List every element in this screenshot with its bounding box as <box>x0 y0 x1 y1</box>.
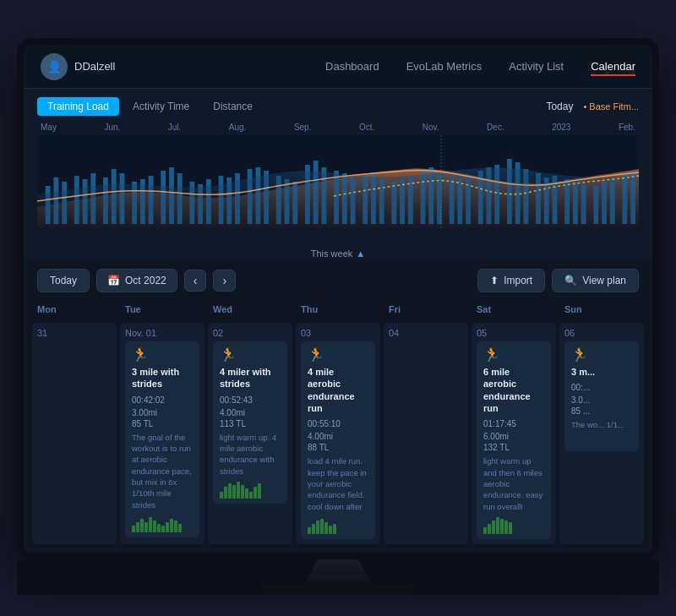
bar <box>140 519 144 532</box>
month-sep: Sep. <box>294 123 312 132</box>
workout-distance: 4.00mi <box>220 406 281 419</box>
workout-time: 00:55:10 <box>308 417 368 430</box>
bar <box>241 485 244 499</box>
tab-distance[interactable]: Distance <box>203 97 263 116</box>
calendar-day-05[interactable]: 05 🏃 6 mile aerobic endurance run 01:17:… <box>472 323 556 544</box>
workout-desc: light warm up. 4 mile aerobic endurance … <box>220 432 281 477</box>
cal-right-buttons: ⬆ Import 🔍 View plan <box>477 269 639 292</box>
nav-dashboard[interactable]: Dashboard <box>325 57 379 76</box>
bar <box>144 522 148 532</box>
chart-svg <box>37 135 639 228</box>
bar <box>483 527 487 534</box>
workout-card[interactable]: 🏃 4 miler with strides 00:52:43 4.00mi 1… <box>213 341 287 504</box>
workout-distance: 3.00mi <box>132 406 193 419</box>
month-may: May <box>41 123 57 132</box>
running-icon: 🏃 <box>571 346 632 363</box>
month-jun: Jun. <box>104 123 120 132</box>
col-header-sun: Sun <box>559 301 644 319</box>
workout-card[interactable]: 🏃 3 m... 00:... 3.0... 85 ... The wo... … <box>564 341 639 451</box>
calendar-day-31[interactable]: 31 <box>32 323 117 544</box>
view-plan-button[interactable]: 🔍 View plan <box>552 269 639 292</box>
monitor-stand <box>17 559 659 585</box>
bar <box>170 519 173 532</box>
col-header-wed: Wed <box>208 301 292 319</box>
workout-card[interactable]: 🏃 6 mile aerobic endurance run 01:17:45 … <box>477 341 551 539</box>
calendar-day-nov01[interactable]: Nov. 01 🏃 3 mile with strides 00:42:02 3… <box>120 323 204 544</box>
prev-month-button[interactable]: ‹ <box>184 270 207 292</box>
tab-training-load[interactable]: Training Load <box>37 97 119 116</box>
workout-desc: load 4 mile run. keep the pace in your a… <box>308 455 368 511</box>
calendar-day-02[interactable]: 02 🏃 4 miler with strides 00:52:43 4.00m… <box>208 323 292 544</box>
workout-title: 3 m... <box>571 366 632 378</box>
month-dec: Dec. <box>487 123 504 132</box>
bar <box>136 522 139 532</box>
username: DDalzell <box>74 60 115 73</box>
workout-tl: 88 TL <box>308 443 368 452</box>
bar <box>153 521 156 532</box>
chevron-up-icon: ▲ <box>356 248 365 259</box>
tab-activity-time[interactable]: Activity Time <box>123 97 199 116</box>
calendar-icon: 📅 <box>107 275 120 286</box>
workout-time: 00:... <box>571 381 632 394</box>
base-foot <box>262 585 414 595</box>
import-button[interactable]: ⬆ Import <box>477 269 545 292</box>
month-2023: 2023 <box>552 123 570 132</box>
today-button[interactable]: Today <box>37 269 90 292</box>
navigation: 👤 DDalzell Dashboard EvoLab Metrics Acti… <box>24 45 652 89</box>
workout-desc: light warm up and then 6 miles aerobic e… <box>483 455 544 511</box>
monitor-base <box>17 585 659 595</box>
avatar: 👤 <box>41 53 68 80</box>
workout-title: 4 mile aerobic endurance run <box>308 366 368 414</box>
day-number: 03 <box>301 328 375 338</box>
base-fitness-label: • Base Fitm... <box>583 101 639 112</box>
day-number: 04 <box>389 328 463 338</box>
this-week-label: This week ▲ <box>37 245 639 260</box>
workout-card[interactable]: 🏃 3 mile with strides 00:42:02 3.00mi 85… <box>125 341 199 537</box>
bar <box>254 487 257 499</box>
nav-evolab[interactable]: EvoLab Metrics <box>406 57 482 76</box>
workout-title: 4 miler with strides <box>220 366 281 390</box>
workout-tl: 85 TL <box>132 419 193 428</box>
chart-section: Training Load Activity Time Distance Tod… <box>24 89 652 260</box>
bar <box>333 524 336 534</box>
bar <box>492 521 495 534</box>
day-number: 02 <box>213 328 287 338</box>
calendar-day-03[interactable]: 03 🏃 4 mile aerobic endurance run 00:55:… <box>296 323 380 544</box>
col-header-tue: Tue <box>120 301 204 319</box>
calendar-day-04[interactable]: 04 <box>384 323 468 544</box>
month-oct: Oct. <box>359 123 374 132</box>
bar <box>228 483 232 499</box>
bar <box>324 522 328 534</box>
workout-time: 01:17:45 <box>483 417 544 430</box>
calendar-grid: Mon Tue Wed Thu Fri Sat Sun 31 Nov. 01 🏃… <box>24 301 652 553</box>
next-month-button[interactable]: › <box>213 270 236 292</box>
workout-desc: The wo... 1/1... <box>571 419 632 430</box>
running-icon: 🏃 <box>483 346 544 363</box>
nav-activity-list[interactable]: Activity List <box>509 57 564 76</box>
today-button[interactable]: Today <box>546 101 573 112</box>
workout-tl: 85 ... <box>571 406 632 416</box>
bar <box>220 492 223 499</box>
nav-calendar[interactable]: Calendar <box>591 57 635 76</box>
running-icon: 🏃 <box>308 346 368 363</box>
calendar-day-06[interactable]: 06 🏃 3 m... 00:... 3.0... 85 ... The wo.… <box>559 323 644 544</box>
workout-distance: 3.0... <box>571 394 632 406</box>
month-nov: Nov. <box>422 123 439 132</box>
month-feb: Feb. <box>619 123 635 132</box>
workout-time: 00:42:02 <box>132 394 193 406</box>
bar <box>500 519 504 534</box>
col-header-mon: Mon <box>32 301 117 319</box>
running-icon: 🏃 <box>132 346 193 363</box>
workout-card[interactable]: 🏃 4 mile aerobic endurance run 00:55:10 … <box>301 341 375 539</box>
bar <box>496 517 499 534</box>
workout-title: 6 mile aerobic endurance run <box>483 366 544 414</box>
running-icon: 🏃 <box>220 346 281 363</box>
bar <box>178 524 182 532</box>
workout-title: 3 mile with strides <box>132 366 193 390</box>
chart-controls: Training Load Activity Time Distance Tod… <box>37 97 639 116</box>
nav-links: Dashboard EvoLab Metrics Activity List C… <box>325 57 635 76</box>
col-header-sat: Sat <box>472 301 556 319</box>
workout-desc: The goal of the workout is to run at aer… <box>132 432 193 510</box>
bar <box>329 526 332 534</box>
bar <box>132 526 135 532</box>
